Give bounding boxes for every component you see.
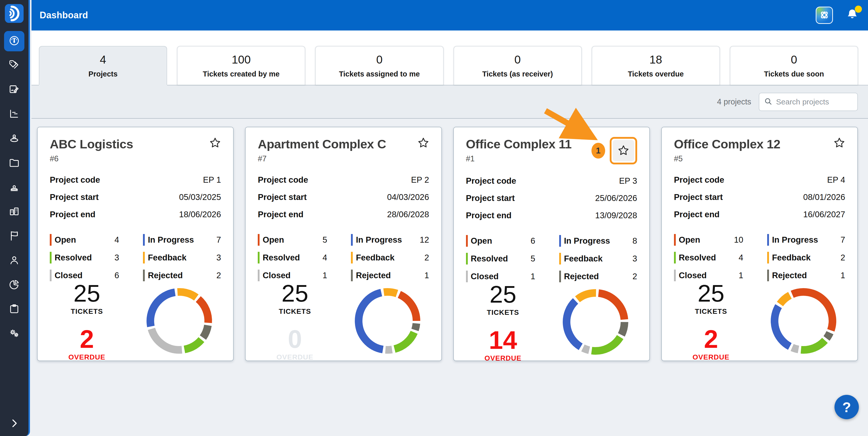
status-open: Open4	[50, 234, 128, 246]
tab-tickets-overdue[interactable]: 18Tickets overdue	[592, 46, 720, 85]
dashboard-icon	[8, 35, 20, 48]
project-field: Project codeEP 4	[674, 175, 845, 185]
project-card-abc-logistics[interactable]: ABC Logistics#6Project codeEP 1Project s…	[37, 127, 234, 361]
status-label: Open	[262, 235, 322, 245]
ticket-totals: 25TICKETS2OVERDUE	[50, 281, 124, 361]
tab-value: 0	[515, 53, 521, 66]
sidebar-item-clipboard[interactable]	[0, 297, 28, 322]
project-card-office-complex-11[interactable]: Office Complex 11#11Project codeEP 3Proj…	[453, 127, 650, 361]
status-color-bar	[559, 235, 561, 247]
status-label: Resolved	[262, 253, 322, 262]
help-button[interactable]: ?	[835, 395, 859, 419]
status-label: Resolved	[679, 253, 739, 262]
sidebar-item-buildings[interactable]	[0, 200, 28, 224]
field-value: 18/06/2026	[179, 210, 221, 219]
field-label: Project end	[674, 210, 720, 219]
sidebar-item-flag[interactable]	[0, 224, 28, 249]
tab-value: 4	[100, 53, 106, 66]
sidebar-item-folder[interactable]	[0, 151, 28, 175]
sidebar-item-stamp[interactable]	[0, 175, 28, 200]
tickets-count-label: TICKETS	[487, 309, 519, 317]
sidebar-item-tags[interactable]	[0, 53, 28, 78]
status-value: 2	[424, 253, 429, 262]
ticket-status-donut-chart	[766, 283, 842, 359]
search-icon	[764, 97, 773, 107]
field-label: Project start	[50, 192, 99, 202]
overdue-count: 2	[704, 326, 718, 352]
status-legend: Open10In Progress7Resolved4Feedback2Clos…	[674, 234, 845, 281]
sidebar-item-report[interactable]	[0, 102, 28, 126]
app-logo	[4, 4, 24, 24]
settings-icon	[8, 327, 20, 340]
field-value: 05/03/2025	[179, 192, 221, 202]
notifications-button[interactable]	[845, 7, 860, 23]
status-label: In Progress	[772, 235, 841, 245]
tab-value: 0	[791, 53, 797, 66]
sidebar-item-user[interactable]	[0, 249, 28, 273]
project-field: Project end13/09/2028	[466, 211, 637, 220]
search-box[interactable]	[759, 93, 858, 111]
sidebar	[0, 0, 30, 436]
sidebar-item-pie-chart[interactable]	[0, 273, 28, 297]
field-value: 13/09/2028	[595, 211, 637, 220]
chevron-right-icon	[9, 418, 20, 429]
tab-value: 0	[376, 53, 382, 66]
ticket-totals: 25TICKETS2OVERDUE	[674, 281, 748, 361]
project-title: Apartment Complex C	[258, 137, 386, 151]
sidebar-item-location[interactable]	[0, 126, 28, 151]
status-in-progress: In Progress8	[559, 235, 637, 247]
favorite-star-button[interactable]	[417, 137, 429, 149]
project-cards: ABC Logistics#6Project codeEP 1Project s…	[31, 119, 868, 361]
status-color-bar	[50, 269, 52, 281]
status-label: Open	[679, 235, 734, 245]
status-label: Feedback	[772, 253, 841, 262]
status-in-progress: In Progress7	[767, 234, 845, 246]
status-value: 3	[632, 254, 637, 263]
location-icon	[8, 133, 20, 145]
favorite-star-button[interactable]	[834, 137, 845, 149]
tab-tickets-created-by-me[interactable]: 100Tickets created by me	[177, 46, 305, 85]
status-in-progress: In Progress12	[351, 234, 429, 246]
ticket-status-donut-chart	[141, 283, 217, 359]
tab-tickets-assigned-to-me[interactable]: 0Tickets assigned to me	[315, 46, 443, 85]
star-zone	[417, 137, 429, 149]
status-value: 12	[420, 235, 429, 245]
status-color-bar	[351, 252, 353, 263]
notification-dot	[855, 6, 862, 13]
status-label: Feedback	[564, 254, 632, 263]
overdue-count: 2	[80, 326, 94, 352]
status-label: Open	[55, 235, 115, 245]
ticket-status-donut-chart	[349, 283, 426, 359]
star-zone: 1	[591, 137, 637, 165]
tab-label: Tickets overdue	[628, 70, 684, 78]
favorite-star-button[interactable]	[613, 140, 634, 161]
card-bottom: 25TICKETS14OVERDUE	[466, 282, 637, 362]
status-label: Closed	[55, 270, 115, 280]
status-label: Resolved	[471, 254, 531, 263]
tab-value: 18	[649, 53, 662, 66]
status-open: Open5	[258, 234, 336, 246]
sidebar-item-signature[interactable]	[0, 78, 28, 102]
clipboard-icon	[8, 303, 20, 316]
tab-projects[interactable]: 4Projects	[39, 46, 167, 85]
project-card-office-complex-12[interactable]: Office Complex 12#5Project codeEP 4Proje…	[661, 127, 858, 361]
status-value: 3	[115, 253, 128, 262]
status-color-bar	[767, 269, 769, 281]
sidebar-expand-button[interactable]	[0, 418, 28, 429]
tickets-count: 25	[281, 281, 308, 306]
tab-tickets-as-receiver[interactable]: 0Tickets (as receiver)	[454, 46, 582, 85]
field-value: EP 2	[411, 175, 429, 185]
status-value: 10	[734, 235, 752, 245]
project-card-apartment-complex-c[interactable]: Apartment Complex C#7Project codeEP 2Pro…	[245, 127, 442, 361]
page-title: Dashboard	[40, 10, 88, 21]
apps-button[interactable]	[816, 7, 833, 24]
tab-tickets-due-soon[interactable]: 0Tickets due soon	[730, 46, 858, 85]
search-input[interactable]	[776, 97, 853, 106]
status-resolved: Resolved4	[258, 252, 336, 263]
project-number: #5	[674, 154, 780, 163]
star-zone	[209, 137, 221, 149]
status-value: 2	[632, 271, 637, 281]
favorite-star-button[interactable]	[209, 137, 221, 149]
sidebar-item-dashboard[interactable]	[0, 29, 28, 53]
sidebar-item-settings[interactable]	[0, 322, 28, 346]
